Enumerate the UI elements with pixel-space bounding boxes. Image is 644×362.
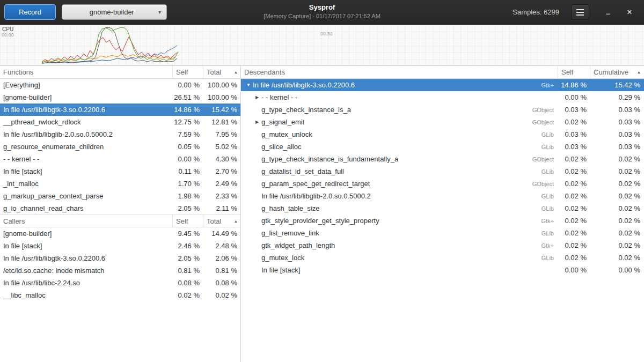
- row-name-cell: g_type_check_instance_is_fundamentally_a…: [241, 155, 558, 163]
- column-header-self[interactable]: Self: [173, 215, 203, 227]
- cpu-graph-label: CPU: [2, 26, 13, 32]
- close-button[interactable]: ×: [623, 5, 636, 19]
- table-row[interactable]: In file [stack]2.46 %2.48 %: [0, 240, 240, 252]
- table-row[interactable]: In file /usr/lib/libglib-2.0.so.0.5000.2…: [0, 128, 240, 141]
- row-function-name: g_type_check_instance_is_fundamentally_a: [261, 155, 398, 163]
- table-row[interactable]: gtk_widget_path_lengthGtk+0.02 %0.02 %: [241, 239, 644, 252]
- row-cumulative-percent: 0.02 %: [590, 192, 644, 200]
- row-total-percent: 2.11 %: [203, 204, 241, 212]
- column-header-self[interactable]: Self: [173, 66, 203, 78]
- row-name-cell: g_mutex_lockGLib: [241, 254, 558, 262]
- row-cumulative-percent: 0.03 %: [590, 143, 644, 151]
- table-row[interactable]: g_mutex_unlockGLib0.03 %0.03 %: [241, 128, 644, 141]
- table-row[interactable]: [gnome-builder]9.45 %14.49 %: [0, 227, 240, 240]
- row-total-percent: 5.02 %: [203, 143, 241, 151]
- table-row[interactable]: g_param_spec_get_redirect_targetGObject0…: [241, 178, 644, 190]
- row-total-percent: 4.30 %: [203, 155, 241, 163]
- row-self-percent: 0.02 %: [558, 192, 590, 200]
- table-row[interactable]: - - kernel - -0.00 %4.30 %: [0, 153, 240, 165]
- row-name-cell: g_param_spec_get_redirect_targetGObject: [241, 180, 558, 188]
- table-row[interactable]: [Everything]0.00 %100.00 %: [0, 79, 240, 91]
- row-total-percent: 2.06 %: [203, 254, 241, 262]
- table-row[interactable]: gtk_style_provider_get_style_propertyGtk…: [241, 215, 644, 227]
- table-row[interactable]: [gnome-builder]26.51 %100.00 %: [0, 91, 240, 104]
- column-header-callers[interactable]: Callers: [0, 215, 173, 227]
- table-row[interactable]: In file /usr/lib/libgtk-3.so.0.2200.62.0…: [0, 252, 240, 264]
- column-header-total[interactable]: Total ▲: [203, 215, 241, 227]
- table-row[interactable]: g_slice_allocGLib0.03 %0.03 %: [241, 141, 644, 153]
- table-row[interactable]: ▶g_signal_emitGObject0.02 %0.03 %: [241, 116, 644, 128]
- row-name-cell: g_mutex_unlockGLib: [241, 130, 558, 138]
- row-name-cell: g_datalist_id_set_data_fullGLib: [241, 167, 558, 175]
- column-header-functions[interactable]: Functions: [0, 66, 173, 78]
- table-row[interactable]: In file [stack]0.00 %0.00 %: [241, 264, 644, 276]
- record-button[interactable]: Record: [4, 4, 56, 20]
- library-tag: GLib: [535, 193, 558, 200]
- descendants-table: ▼In file /usr/lib/libgtk-3.so.0.2200.6Gt…: [241, 79, 644, 276]
- capture-subtitle: [Memory Capture] - 01/17/2017 07:21:52 A…: [264, 12, 380, 20]
- table-row[interactable]: g_type_check_instance_is_fundamentally_a…: [241, 153, 644, 165]
- row-self-percent: 2.05 %: [173, 254, 203, 262]
- column-header-self[interactable]: Self: [558, 66, 590, 78]
- table-row[interactable]: In file /usr/lib/libglib-2.0.so.0.5000.2…: [241, 190, 644, 202]
- row-function-name: In file /usr/lib/libglib-2.0.so.0.5000.2: [261, 192, 371, 200]
- process-selector-dropdown[interactable]: gnome-builder ▾: [62, 4, 167, 20]
- table-row[interactable]: In file /usr/lib/libc-2.24.so0.08 %0.08 …: [0, 277, 240, 289]
- row-self-percent: 0.03 %: [558, 130, 590, 138]
- column-header-descendants[interactable]: Descendants: [241, 66, 558, 78]
- row-function-name: In file /usr/lib/libgtk-3.so.0.2200.6: [253, 81, 355, 89]
- row-function-name: g_param_spec_get_redirect_target: [261, 180, 370, 188]
- expander-closed-icon[interactable]: ▶: [253, 120, 261, 124]
- row-self-percent: 0.02 %: [558, 217, 590, 225]
- table-row[interactable]: g_markup_parse_context_parse1.98 %2.33 %: [0, 190, 240, 202]
- row-total-percent: 2.33 %: [203, 192, 241, 200]
- row-self-percent: 0.00 %: [558, 266, 590, 274]
- library-tag: GLib: [535, 205, 558, 212]
- row-total-percent: 100.00 %: [203, 93, 241, 101]
- table-row[interactable]: In file [stack]0.11 %2.70 %: [0, 165, 240, 178]
- expander-closed-icon[interactable]: ▶: [253, 95, 261, 100]
- table-row[interactable]: __libc_malloc0.02 %0.02 %: [0, 289, 240, 301]
- table-row[interactable]: /etc/ld.so.cache: inode mismatch0.81 %0.…: [0, 264, 240, 277]
- menu-button[interactable]: [571, 4, 589, 20]
- row-name-cell: In file /usr/lib/libglib-2.0.so.0.5000.2…: [241, 192, 558, 200]
- samples-count: Samples: 6299: [513, 8, 559, 16]
- row-name-cell: ▼In file /usr/lib/libgtk-3.so.0.2200.6Gt…: [241, 81, 558, 89]
- table-row[interactable]: g_hash_table_sizeGLib0.02 %0.02 %: [241, 202, 644, 215]
- table-row[interactable]: g_mutex_lockGLib0.02 %0.02 %: [241, 252, 644, 264]
- table-row[interactable]: g_resource_enumerate_children0.05 %5.02 …: [0, 141, 240, 153]
- table-row[interactable]: __pthread_rwlock_rdlock12.75 %12.81 %: [0, 116, 240, 128]
- row-self-percent: 0.02 %: [558, 167, 590, 175]
- table-row[interactable]: _int_malloc1.70 %2.49 %: [0, 178, 240, 190]
- column-header-cumulative[interactable]: Cumulative ▲: [590, 66, 644, 78]
- row-self-percent: 0.02 %: [558, 254, 590, 262]
- table-row[interactable]: g_list_remove_linkGLib0.02 %0.02 %: [241, 227, 644, 239]
- row-self-percent: 0.02 %: [558, 180, 590, 188]
- table-row[interactable]: g_datalist_id_set_data_fullGLib0.02 %0.0…: [241, 165, 644, 178]
- row-function-name: g_markup_parse_context_parse: [0, 192, 173, 200]
- library-tag: GObject: [526, 181, 558, 187]
- row-function-name: g_datalist_id_set_data_full: [261, 167, 344, 175]
- library-tag: GObject: [526, 119, 558, 125]
- row-function-name: In file /usr/lib/libglib-2.0.so.0.5000.2: [0, 130, 173, 138]
- column-header-total[interactable]: Total ▲: [203, 66, 241, 78]
- table-row[interactable]: g_io_channel_read_chars2.05 %2.11 %: [0, 202, 240, 215]
- row-function-name: In file /usr/lib/libgtk-3.so.0.2200.6: [0, 254, 173, 262]
- expander-open-icon[interactable]: ▼: [244, 83, 253, 87]
- row-self-percent: 0.00 %: [173, 81, 203, 89]
- table-row[interactable]: g_type_check_instance_is_aGObject0.03 %0…: [241, 104, 644, 116]
- table-row[interactable]: In file /usr/lib/libgtk-3.so.0.2200.614.…: [0, 104, 240, 116]
- row-total-percent: 0.08 %: [203, 279, 241, 287]
- row-total-percent: 2.48 %: [203, 242, 241, 250]
- table-row[interactable]: ▶- - kernel - -0.00 %0.29 %: [241, 91, 644, 104]
- column-header-label: Total: [207, 68, 221, 76]
- row-self-percent: 7.59 %: [173, 130, 203, 138]
- row-name-cell: g_hash_table_sizeGLib: [241, 204, 558, 212]
- row-name-cell: ▶- - kernel - -: [241, 93, 558, 101]
- minimize-button[interactable]: −: [601, 7, 615, 21]
- row-cumulative-percent: 0.02 %: [590, 204, 644, 212]
- window-title-area: Sysprof [Memory Capture] - 01/17/2017 07…: [264, 3, 380, 20]
- cpu-graph[interactable]: CPU 00:00 00:30: [0, 25, 644, 66]
- table-row[interactable]: ▼In file /usr/lib/libgtk-3.so.0.2200.6Gt…: [241, 79, 644, 91]
- library-tag: GLib: [535, 255, 558, 261]
